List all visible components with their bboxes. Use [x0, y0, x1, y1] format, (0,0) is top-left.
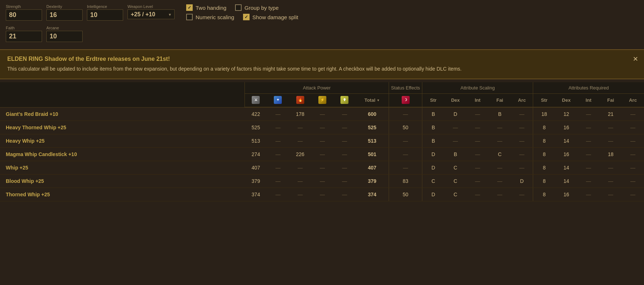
dexterity-input[interactable]	[46, 9, 83, 21]
dash-value: —	[275, 165, 280, 171]
dexterity-group: Dexterity	[46, 4, 83, 21]
dash-value: —	[586, 111, 591, 117]
group-by-type-label: Group by type	[244, 5, 279, 11]
dash-value: —	[586, 151, 591, 157]
arc-scale-header: Arc	[511, 94, 533, 108]
table-row[interactable]: Giant's Red Braid +10422—178——600—BD—B—1…	[0, 107, 644, 121]
strength-group: Strength	[6, 4, 42, 21]
intelligence-input[interactable]	[87, 9, 123, 21]
dash-value: —	[475, 151, 480, 157]
dash-value: —	[403, 111, 408, 117]
dash-value: —	[275, 192, 280, 197]
faith-input[interactable]	[6, 31, 42, 42]
table-section-header-row: Attack Power Status Effects Attribute Sc…	[0, 82, 644, 94]
weapon-name-cell[interactable]: Heavy Thorned Whip +25	[0, 121, 245, 134]
arcane-group: Arcane	[46, 26, 83, 42]
weapon-name-cell[interactable]: Blood Whip +25	[0, 175, 245, 188]
dash-value: —	[630, 111, 635, 117]
table-row[interactable]: Heavy Whip +25513————513—B————814———	[0, 134, 644, 148]
attributes-required-section-header: Attributes Required	[533, 82, 644, 94]
dash-value: —	[275, 151, 280, 157]
lightning-icon: ⚡	[318, 96, 326, 104]
fai-req-header: Fai	[599, 94, 622, 108]
table-body: Giant's Red Braid +10422—178——600—BD—B—1…	[0, 107, 644, 201]
table-row[interactable]: Thorned Whip +25374————37450DC———816———	[0, 188, 644, 201]
table-row[interactable]: Whip +25407————407—DC———814———	[0, 161, 644, 175]
dash-value: —	[630, 125, 635, 130]
weapon-name-cell[interactable]: Giant's Red Braid +10	[0, 107, 245, 121]
phys-icon: ⚔	[252, 96, 260, 104]
checkboxes-section: Two handing Group by type Numeric scalin…	[186, 4, 298, 20]
dash-value: —	[519, 138, 524, 144]
dash-value: —	[342, 178, 347, 184]
dash-value: —	[519, 165, 524, 171]
dash-value: —	[275, 125, 280, 130]
weapon-name-cell[interactable]: Magma Whip Candlestick +10	[0, 148, 245, 161]
stat-inputs-container: Strength Dexterity Intelligence Weapon L…	[6, 4, 175, 42]
dash-value: —	[586, 125, 591, 130]
attribute-scaling-section-header: Attribute Scaling	[422, 82, 533, 94]
announcement-text: This calculator will be updated to inclu…	[7, 65, 637, 73]
strength-input[interactable]	[6, 9, 42, 21]
two-handing-checkbox-item[interactable]: Two handing	[186, 4, 226, 11]
announcement-title: ELDEN RING Shadow of the Erdtree release…	[7, 56, 637, 62]
dash-value: —	[630, 165, 635, 171]
numeric-scaling-checkbox[interactable]	[186, 14, 193, 20]
total-sort-icon[interactable]: ▼	[377, 99, 380, 102]
dash-value: —	[519, 151, 524, 157]
dash-value: —	[342, 111, 347, 117]
weapon-name-cell[interactable]: Whip +25	[0, 161, 245, 175]
show-damage-split-checkbox[interactable]	[243, 14, 250, 20]
dash-value: —	[497, 125, 502, 130]
dash-value: —	[275, 178, 280, 184]
numeric-scaling-checkbox-item[interactable]: Numeric scaling	[186, 14, 234, 20]
dash-value: —	[342, 138, 347, 144]
arcane-input[interactable]	[46, 31, 83, 42]
fire-col-header: 🔥	[289, 94, 311, 108]
dash-value: —	[298, 125, 303, 130]
blood-col-header: ☽	[389, 94, 422, 108]
table-row[interactable]: Magma Whip Candlestick +10274—226——501—D…	[0, 148, 644, 161]
dash-value: —	[453, 125, 458, 130]
weapon-section-header	[0, 82, 245, 107]
blood-icon: ☽	[402, 96, 410, 104]
weapon-level-label: Weapon Level	[127, 4, 175, 9]
dash-value: —	[519, 111, 524, 117]
dash-value: —	[320, 192, 325, 197]
group-by-type-checkbox[interactable]	[235, 4, 242, 11]
status-effects-section-header: Status Effects	[389, 82, 422, 94]
fai-scale-header: Fai	[489, 94, 511, 108]
checkbox-row-1: Two handing Group by type	[186, 4, 298, 11]
str-req-header: Str	[533, 94, 555, 108]
dash-value: —	[519, 125, 524, 130]
stat-inputs-row1: Strength Dexterity Intelligence Weapon L…	[6, 4, 175, 21]
weapon-name-cell[interactable]: Heavy Whip +25	[0, 134, 245, 148]
weapon-level-group: Weapon Level +25 / +10 +24 / +9 +0 / +0	[127, 4, 175, 21]
dash-value: —	[497, 138, 502, 144]
dash-value: —	[275, 111, 280, 117]
table-section: Attack Power Status Effects Attribute Sc…	[0, 82, 644, 201]
table-row[interactable]: Blood Whip +25379————37983CC——D814———	[0, 175, 644, 188]
two-handing-label: Two handing	[196, 5, 226, 11]
group-by-type-checkbox-item[interactable]: Group by type	[235, 4, 279, 11]
dash-value: —	[475, 178, 480, 184]
show-damage-split-checkbox-item[interactable]: Show damage split	[243, 14, 298, 20]
dash-value: —	[403, 151, 408, 157]
weapon-name-cell[interactable]: Thorned Whip +25	[0, 188, 245, 201]
weapon-level-select-wrapper: +25 / +10 +24 / +9 +0 / +0	[127, 9, 175, 19]
int-req-header: Int	[577, 94, 599, 108]
announcement-close-button[interactable]: ✕	[633, 55, 638, 63]
int-scale-header: Int	[467, 94, 489, 108]
dex-req-header: Dex	[555, 94, 577, 108]
two-handing-checkbox[interactable]	[186, 4, 193, 11]
dash-value: —	[630, 151, 635, 157]
magic-col-header: ✦	[267, 94, 289, 108]
table-row[interactable]: Heavy Thorned Whip +25525————52550B————8…	[0, 121, 644, 134]
dash-value: —	[403, 165, 408, 171]
total-col-header: Total ▼	[356, 94, 389, 108]
weapon-level-select[interactable]: +25 / +10 +24 / +9 +0 / +0	[127, 9, 175, 19]
dash-value: —	[497, 165, 502, 171]
dash-value: —	[342, 165, 347, 171]
dash-value: —	[342, 151, 347, 157]
dash-value: —	[630, 192, 635, 197]
